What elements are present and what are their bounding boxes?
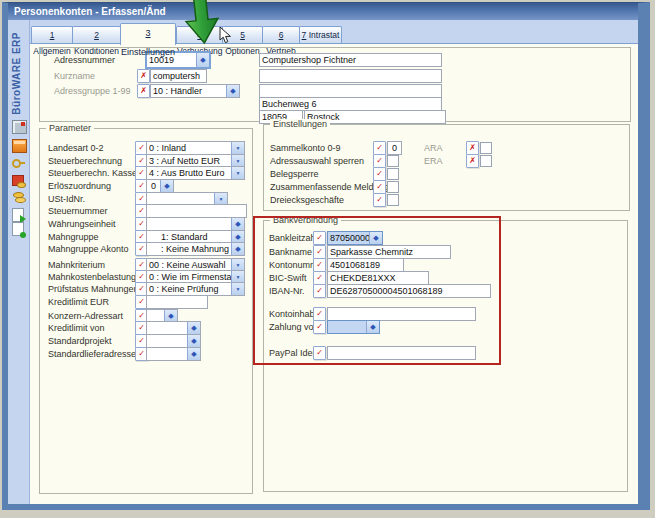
field-label: Erlöszuordnung: [48, 181, 111, 191]
company-line3-field[interactable]: [259, 84, 442, 98]
ara-checkbox[interactable]: [480, 142, 492, 154]
zahlung-von-field[interactable]: ◆: [327, 320, 380, 334]
field-label: Mahnkriterium: [48, 260, 105, 270]
window-icon[interactable]: [12, 139, 27, 153]
edit-check-icon[interactable]: ✓: [373, 141, 386, 155]
sammelkonto-field[interactable]: 0: [387, 141, 402, 155]
edit-check-icon[interactable]: ✓: [373, 193, 386, 207]
zusammenfassende-meldung-checkbox[interactable]: [387, 181, 399, 193]
edit-check-icon[interactable]: ✓: [373, 154, 386, 168]
waehrungseinheit-field[interactable]: ◆: [146, 217, 245, 231]
spinner-icon[interactable]: ◆: [231, 243, 244, 255]
field-value: [328, 321, 366, 333]
field-label: ERA: [424, 156, 443, 166]
delete-x-icon[interactable]: ✗: [137, 69, 150, 83]
edit-check-icon[interactable]: ✓: [313, 231, 326, 245]
era-checkbox[interactable]: [480, 155, 492, 167]
kurzname-field[interactable]: computersh: [150, 69, 207, 83]
parameter-group: Parameter Landesart 0-2 ✓ 0 : Inland ▼ S…: [39, 128, 253, 494]
spinner-icon[interactable]: ◆: [226, 85, 239, 97]
group-title: Einstellungen: [270, 119, 330, 129]
spinner-icon[interactable]: ◆: [187, 348, 200, 360]
dropdown-icon[interactable]: ▼: [231, 283, 244, 295]
field-value: : Keine Mahnung: [147, 243, 231, 255]
field-label: Dreiecksgeschäfte: [270, 195, 344, 205]
page-add-icon[interactable]: [12, 222, 24, 236]
edit-check-icon[interactable]: ✓: [313, 258, 326, 272]
tab-verbuchung[interactable]: 4 Verbuchung: [176, 26, 223, 43]
bankname-field[interactable]: Sparkasse Chemnitz: [327, 245, 451, 259]
spinner-icon[interactable]: ◆: [196, 53, 209, 67]
field-value: [147, 322, 187, 334]
bankleitzahl-field[interactable]: 87050000 ◆: [327, 231, 383, 245]
mahngruppe-akonto-field[interactable]: : Keine Mahnung ◆: [146, 242, 245, 256]
group-title: Parameter: [46, 123, 94, 133]
group-title: Bankverbindung: [270, 215, 341, 225]
field-label: Zahlung von: [269, 322, 319, 332]
delete-x-icon[interactable]: ✗: [466, 154, 479, 168]
page-export-icon[interactable]: [12, 208, 24, 222]
spinner-icon[interactable]: ◆: [231, 218, 244, 230]
dropdown-icon[interactable]: ▼: [231, 142, 244, 154]
landesart-select[interactable]: 0 : Inland ▼: [146, 141, 245, 155]
erloeszuordnung-field[interactable]: 0 ◆: [146, 179, 174, 193]
keypad-icon[interactable]: [12, 120, 27, 134]
title-bar[interactable]: Personenkonten - Erfassen/Änd: [8, 3, 638, 20]
coins-icon[interactable]: [12, 192, 25, 204]
adressgruppe-select[interactable]: 10 : Händler ◆: [150, 84, 240, 98]
kreditlimit-von-field[interactable]: ◆: [146, 321, 201, 335]
steuernummer-field[interactable]: [146, 204, 247, 218]
kontoinhaber-field[interactable]: [327, 307, 476, 321]
tab-label: 7 Intrastat: [302, 27, 340, 43]
edit-check-icon[interactable]: ✓: [313, 307, 326, 321]
delete-x-icon[interactable]: ✗: [466, 141, 479, 155]
company-line2-field[interactable]: [259, 69, 442, 83]
kreditlimit-eur-field[interactable]: [146, 295, 208, 309]
company-name-field[interactable]: Computershop Fichtner: [259, 53, 442, 67]
key-icon[interactable]: [12, 157, 25, 169]
iban-field[interactable]: DE62870500004501068189: [327, 284, 491, 298]
tab-vertrieb[interactable]: 6 Vertrieb: [262, 26, 300, 43]
kontonummer-field[interactable]: 4501068189: [327, 258, 404, 272]
field-label: Adressnummer: [54, 55, 115, 65]
edit-check-icon[interactable]: ✓: [313, 320, 326, 334]
spinner-icon[interactable]: ◆: [369, 232, 382, 244]
edit-check-icon[interactable]: ✓: [313, 284, 326, 298]
pruefstatus-select[interactable]: 0 : Keine Prüfung ▼: [146, 282, 245, 296]
edit-check-icon[interactable]: ✓: [373, 167, 386, 181]
tab-einstellungen[interactable]: 3 Einstellungen: [120, 23, 176, 45]
spinner-icon[interactable]: ◆: [366, 321, 379, 333]
delete-x-icon[interactable]: ✗: [137, 84, 150, 98]
spinner-icon[interactable]: ◆: [187, 322, 200, 334]
spinner-icon[interactable]: ◆: [187, 335, 200, 347]
steuerberechn-kasse-select[interactable]: 4 : Aus Brutto Euro ▼: [146, 166, 245, 180]
spinner-icon[interactable]: ◆: [160, 180, 173, 192]
street-field[interactable]: Buchenweg 6: [259, 97, 442, 111]
dreiecksgeschaefte-checkbox[interactable]: [387, 194, 399, 206]
field-label: Sammelkonto 0-9: [270, 143, 341, 153]
cash-icon[interactable]: [12, 175, 24, 186]
field-label: USt-IdNr.: [48, 194, 85, 204]
tab-konditionen[interactable]: 2 Konditionen: [72, 26, 121, 43]
field-label: Kreditlimit von: [48, 323, 105, 333]
standardprojekt-field[interactable]: ◆: [146, 334, 201, 348]
tab-intrastat[interactable]: 7 Intrastat: [299, 26, 342, 43]
field-label: Belegsperre: [270, 169, 319, 179]
standardlieferadresse-field[interactable]: ◆: [146, 347, 201, 361]
adressauswahl-sperren-checkbox[interactable]: [387, 155, 399, 167]
edit-check-icon[interactable]: ✓: [313, 346, 326, 360]
field-label: Konzern-Adressart: [48, 311, 123, 321]
tab-allgemein[interactable]: 1 Allgemein: [31, 26, 73, 43]
tab-panel: 1 Allgemein 2 Konditionen 3 Einstellunge…: [30, 20, 638, 504]
field-label: Kurzname: [54, 71, 95, 81]
paypal-ident-field[interactable]: [327, 346, 476, 360]
edit-check-icon[interactable]: ✓: [313, 245, 326, 259]
brand-vertical-text: BüroWARE ERP: [11, 32, 22, 115]
tab-optionen[interactable]: 5 Optionen: [222, 26, 263, 43]
bic-swift-field[interactable]: CHEKDE81XXX: [327, 271, 429, 285]
dropdown-icon[interactable]: ▼: [231, 167, 244, 179]
edit-check-icon[interactable]: ✓: [373, 180, 386, 194]
tab-bar: 1 Allgemein 2 Konditionen 3 Einstellunge…: [30, 20, 638, 44]
edit-check-icon[interactable]: ✓: [313, 271, 326, 285]
belegsperre-checkbox[interactable]: [387, 168, 399, 180]
